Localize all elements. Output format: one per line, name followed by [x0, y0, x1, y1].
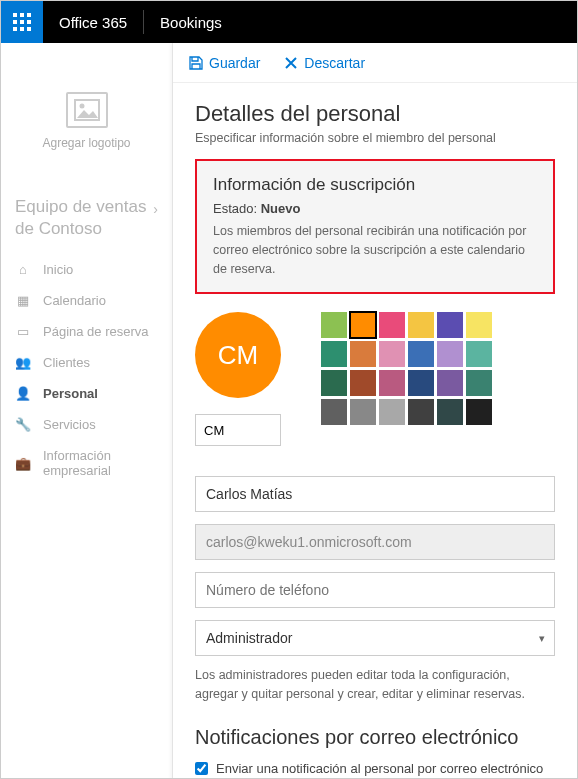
- color-swatch[interactable]: [437, 312, 463, 338]
- waffle-icon[interactable]: [1, 1, 43, 43]
- color-swatch[interactable]: [466, 312, 492, 338]
- briefcase-icon: 💼: [15, 456, 31, 471]
- app-name[interactable]: Bookings: [144, 14, 238, 31]
- color-swatch[interactable]: [350, 399, 376, 425]
- sidebar-item-clientes[interactable]: 👥Clientes: [1, 347, 172, 378]
- color-swatch[interactable]: [379, 341, 405, 367]
- discard-button[interactable]: Descartar: [284, 55, 365, 71]
- page-subtitle: Especificar información sobre el miembro…: [195, 131, 555, 145]
- nav: ⌂Inicio ▦Calendario ▭Página de reserva 👥…: [1, 254, 172, 486]
- color-swatch[interactable]: [466, 399, 492, 425]
- staff-icon: 👤: [15, 386, 31, 401]
- sidebar-item-info-empresa[interactable]: 💼Información empresarial: [1, 440, 172, 486]
- svg-rect-4: [20, 20, 24, 24]
- svg-rect-8: [27, 27, 31, 31]
- wrench-icon: 🔧: [15, 417, 31, 432]
- color-swatch[interactable]: [408, 370, 434, 396]
- svg-rect-2: [27, 13, 31, 17]
- color-swatch[interactable]: [321, 341, 347, 367]
- svg-rect-5: [27, 20, 31, 24]
- color-swatch[interactable]: [379, 370, 405, 396]
- color-swatch[interactable]: [408, 341, 434, 367]
- sidebar-item-label: Clientes: [43, 355, 90, 370]
- sidebar-item-label: Inicio: [43, 262, 73, 277]
- sidebar-item-label: Personal: [43, 386, 98, 401]
- svg-rect-6: [13, 27, 17, 31]
- name-field[interactable]: [195, 476, 555, 512]
- sidebar-item-servicios[interactable]: 🔧Servicios: [1, 409, 172, 440]
- svg-rect-7: [20, 27, 24, 31]
- color-swatch[interactable]: [350, 341, 376, 367]
- content: Detalles del personal Especificar inform…: [173, 83, 577, 779]
- color-swatch[interactable]: [437, 370, 463, 396]
- save-icon: [189, 56, 203, 70]
- color-swatch[interactable]: [437, 399, 463, 425]
- sidebar-item-label: Servicios: [43, 417, 96, 432]
- sidebar-item-label: Información empresarial: [43, 448, 158, 478]
- sidebar-item-personal[interactable]: 👤Personal: [1, 378, 172, 409]
- svg-rect-0: [13, 13, 17, 17]
- notify-checkbox-row[interactable]: Enviar una notificación al personal por …: [195, 759, 555, 779]
- email-field: [195, 524, 555, 560]
- color-swatch[interactable]: [408, 312, 434, 338]
- sidebar-item-label: Página de reserva: [43, 324, 149, 339]
- sidebar-item-pagina-reserva[interactable]: ▭Página de reserva: [1, 316, 172, 347]
- page-icon: ▭: [15, 324, 31, 339]
- command-bar: Guardar Descartar: [173, 43, 577, 83]
- color-swatch[interactable]: [321, 399, 347, 425]
- color-swatch[interactable]: [466, 341, 492, 367]
- notify-label: Enviar una notificación al personal por …: [216, 759, 555, 779]
- role-select[interactable]: [195, 620, 555, 656]
- color-swatch[interactable]: [321, 312, 347, 338]
- color-swatch[interactable]: [437, 341, 463, 367]
- phone-field[interactable]: [195, 572, 555, 608]
- sidebar: Agregar logotipo Equipo de ventas de Con…: [1, 43, 173, 779]
- state-value: Nuevo: [261, 201, 301, 216]
- sidebar-item-label: Calendario: [43, 293, 106, 308]
- team-name-label: Equipo de ventas de Contoso: [15, 196, 153, 240]
- notifications-title: Notificaciones por correo electrónico: [195, 726, 555, 749]
- subscription-info-box: Información de suscripción Estado: Nuevo…: [195, 159, 555, 294]
- color-swatch[interactable]: [466, 370, 492, 396]
- role-helper-text: Los administradores pueden editar toda l…: [195, 666, 555, 704]
- avatar-initials: CM: [218, 340, 258, 371]
- save-button[interactable]: Guardar: [189, 55, 260, 71]
- team-selector[interactable]: Equipo de ventas de Contoso ›: [1, 186, 172, 244]
- close-icon: [284, 56, 298, 70]
- main-panel: Guardar Descartar Detalles del personal …: [173, 43, 577, 779]
- add-logo[interactable]: Agregar logotipo: [17, 63, 157, 178]
- save-label: Guardar: [209, 55, 260, 71]
- infobox-title: Información de suscripción: [213, 175, 537, 195]
- color-swatch[interactable]: [350, 370, 376, 396]
- color-swatches: [321, 312, 492, 425]
- color-swatch[interactable]: [350, 312, 376, 338]
- calendar-icon: ▦: [15, 293, 31, 308]
- color-swatch[interactable]: [321, 370, 347, 396]
- svg-point-10: [79, 103, 84, 108]
- state-label: Estado:: [213, 201, 257, 216]
- image-placeholder-icon: [66, 92, 108, 128]
- home-icon: ⌂: [15, 262, 31, 277]
- initials-input[interactable]: [195, 414, 281, 446]
- color-swatch[interactable]: [379, 399, 405, 425]
- svg-rect-3: [13, 20, 17, 24]
- color-swatch[interactable]: [408, 399, 434, 425]
- infobox-state: Estado: Nuevo: [213, 201, 537, 216]
- svg-rect-1: [20, 13, 24, 17]
- discard-label: Descartar: [304, 55, 365, 71]
- chevron-right-icon: ›: [153, 200, 158, 218]
- color-swatch[interactable]: [379, 312, 405, 338]
- people-icon: 👥: [15, 355, 31, 370]
- sidebar-item-calendario[interactable]: ▦Calendario: [1, 285, 172, 316]
- sidebar-item-inicio[interactable]: ⌂Inicio: [1, 254, 172, 285]
- add-logo-label: Agregar logotipo: [42, 136, 130, 150]
- page-title: Detalles del personal: [195, 101, 555, 127]
- infobox-description: Los miembros del personal recibirán una …: [213, 222, 537, 278]
- topbar: Office 365 Bookings: [1, 1, 577, 43]
- product-name[interactable]: Office 365: [43, 14, 143, 31]
- notify-checkbox[interactable]: [195, 762, 208, 775]
- avatar: CM: [195, 312, 281, 398]
